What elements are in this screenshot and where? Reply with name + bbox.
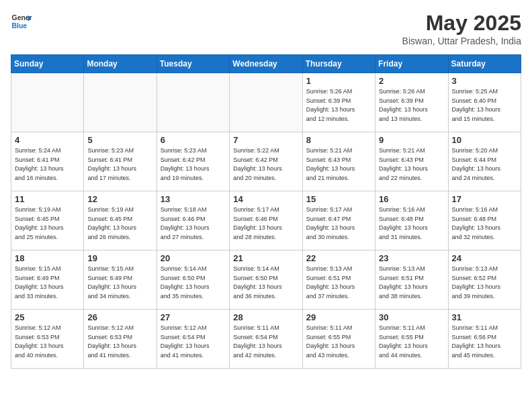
cell-info: Sunrise: 5:15 AM Sunset: 6:49 PM Dayligh… [87, 265, 152, 301]
cell-info: Sunrise: 5:19 AM Sunset: 6:45 PM Dayligh… [15, 205, 80, 242]
cell-info: Sunrise: 5:14 AM Sunset: 6:50 PM Dayligh… [233, 265, 298, 301]
day-number: 23 [379, 253, 444, 263]
calendar-cell: 8Sunrise: 5:21 AM Sunset: 6:43 PM Daylig… [302, 132, 375, 191]
day-number: 13 [161, 194, 226, 204]
calendar-header: SundayMondayTuesdayWednesdayThursdayFrid… [11, 55, 521, 73]
calendar-cell: 10Sunrise: 5:20 AM Sunset: 6:44 PM Dayli… [448, 132, 521, 191]
day-number: 22 [306, 253, 371, 263]
calendar-title: May 2025 [402, 11, 521, 36]
day-number: 19 [87, 253, 152, 263]
cell-info: Sunrise: 5:24 AM Sunset: 6:41 PM Dayligh… [15, 146, 80, 183]
day-number: 9 [379, 135, 444, 145]
cell-info: Sunrise: 5:12 AM Sunset: 6:53 PM Dayligh… [15, 324, 80, 360]
day-number: 11 [15, 194, 80, 204]
calendar-cell: 2Sunrise: 5:26 AM Sunset: 6:39 PM Daylig… [375, 73, 448, 132]
day-number: 25 [15, 312, 80, 322]
cell-info: Sunrise: 5:26 AM Sunset: 6:39 PM Dayligh… [379, 87, 444, 124]
cell-info: Sunrise: 5:22 AM Sunset: 6:42 PM Dayligh… [233, 146, 298, 183]
day-number: 24 [452, 253, 517, 263]
cell-info: Sunrise: 5:16 AM Sunset: 6:48 PM Dayligh… [379, 205, 444, 242]
cell-info: Sunrise: 5:15 AM Sunset: 6:49 PM Dayligh… [15, 265, 80, 301]
header: General Blue May 2025 Biswan, Uttar Prad… [11, 11, 521, 46]
weekday-header-wednesday: Wednesday [230, 55, 302, 73]
calendar-cell: 12Sunrise: 5:19 AM Sunset: 6:45 PM Dayli… [84, 191, 157, 250]
calendar-cell: 25Sunrise: 5:12 AM Sunset: 6:53 PM Dayli… [11, 310, 84, 369]
weekday-header-monday: Monday [84, 55, 157, 73]
cell-info: Sunrise: 5:17 AM Sunset: 6:46 PM Dayligh… [233, 205, 298, 242]
day-number: 28 [233, 312, 298, 322]
cell-info: Sunrise: 5:25 AM Sunset: 6:40 PM Dayligh… [452, 87, 517, 124]
day-number: 18 [15, 253, 80, 263]
day-number: 26 [87, 312, 152, 322]
day-number: 29 [306, 312, 371, 322]
calendar-cell: 22Sunrise: 5:13 AM Sunset: 6:51 PM Dayli… [302, 250, 375, 310]
day-number: 7 [233, 135, 298, 145]
day-number: 17 [452, 194, 517, 204]
cell-info: Sunrise: 5:13 AM Sunset: 6:52 PM Dayligh… [452, 265, 517, 301]
calendar-cell: 19Sunrise: 5:15 AM Sunset: 6:49 PM Dayli… [84, 250, 157, 310]
calendar-cell: 14Sunrise: 5:17 AM Sunset: 6:46 PM Dayli… [230, 191, 302, 250]
cell-info: Sunrise: 5:14 AM Sunset: 6:50 PM Dayligh… [161, 265, 226, 301]
day-number: 20 [161, 253, 226, 263]
cell-info: Sunrise: 5:20 AM Sunset: 6:44 PM Dayligh… [452, 146, 517, 183]
calendar-cell: 11Sunrise: 5:19 AM Sunset: 6:45 PM Dayli… [11, 191, 84, 250]
cell-info: Sunrise: 5:17 AM Sunset: 6:47 PM Dayligh… [306, 205, 371, 242]
calendar-cell: 30Sunrise: 5:11 AM Sunset: 6:55 PM Dayli… [375, 310, 448, 369]
day-number: 21 [233, 253, 298, 263]
cell-info: Sunrise: 5:13 AM Sunset: 6:51 PM Dayligh… [306, 265, 371, 301]
cell-info: Sunrise: 5:21 AM Sunset: 6:43 PM Dayligh… [306, 146, 371, 183]
cell-info: Sunrise: 5:26 AM Sunset: 6:39 PM Dayligh… [306, 87, 371, 124]
day-number: 4 [15, 135, 80, 145]
day-number: 15 [306, 194, 371, 204]
cell-info: Sunrise: 5:11 AM Sunset: 6:55 PM Dayligh… [306, 324, 371, 360]
cell-info: Sunrise: 5:23 AM Sunset: 6:42 PM Dayligh… [161, 146, 226, 183]
calendar-cell [84, 73, 157, 132]
weekday-header-thursday: Thursday [302, 55, 375, 73]
calendar-cell: 4Sunrise: 5:24 AM Sunset: 6:41 PM Daylig… [11, 132, 84, 191]
calendar-cell: 13Sunrise: 5:18 AM Sunset: 6:46 PM Dayli… [157, 191, 229, 250]
cell-info: Sunrise: 5:16 AM Sunset: 6:48 PM Dayligh… [452, 205, 517, 242]
calendar-cell: 31Sunrise: 5:11 AM Sunset: 6:56 PM Dayli… [448, 310, 521, 369]
calendar-cell: 24Sunrise: 5:13 AM Sunset: 6:52 PM Dayli… [448, 250, 521, 310]
logo: General Blue [11, 11, 32, 32]
day-number: 16 [379, 194, 444, 204]
day-number: 10 [452, 135, 517, 145]
calendar-cell: 28Sunrise: 5:11 AM Sunset: 6:54 PM Dayli… [230, 310, 302, 369]
calendar-cell: 9Sunrise: 5:21 AM Sunset: 6:43 PM Daylig… [375, 132, 448, 191]
cell-info: Sunrise: 5:18 AM Sunset: 6:46 PM Dayligh… [161, 205, 226, 242]
cell-info: Sunrise: 5:12 AM Sunset: 6:53 PM Dayligh… [87, 324, 152, 360]
calendar-cell [157, 73, 229, 132]
svg-text:Blue: Blue [12, 22, 28, 30]
cell-info: Sunrise: 5:12 AM Sunset: 6:54 PM Dayligh… [161, 324, 226, 360]
day-number: 27 [161, 312, 226, 322]
day-number: 14 [233, 194, 298, 204]
calendar-cell: 21Sunrise: 5:14 AM Sunset: 6:50 PM Dayli… [230, 250, 302, 310]
day-number: 12 [87, 194, 152, 204]
title-area: May 2025 Biswan, Uttar Pradesh, India [402, 11, 521, 46]
weekday-header-tuesday: Tuesday [157, 55, 229, 73]
cell-info: Sunrise: 5:19 AM Sunset: 6:45 PM Dayligh… [87, 205, 152, 242]
calendar-cell: 23Sunrise: 5:13 AM Sunset: 6:51 PM Dayli… [375, 250, 448, 310]
cell-info: Sunrise: 5:13 AM Sunset: 6:51 PM Dayligh… [379, 265, 444, 301]
calendar-cell [11, 73, 84, 132]
cell-info: Sunrise: 5:11 AM Sunset: 6:54 PM Dayligh… [233, 324, 298, 360]
calendar-table: SundayMondayTuesdayWednesdayThursdayFrid… [11, 54, 521, 369]
calendar-cell: 26Sunrise: 5:12 AM Sunset: 6:53 PM Dayli… [84, 310, 157, 369]
cell-info: Sunrise: 5:23 AM Sunset: 6:41 PM Dayligh… [87, 146, 152, 183]
cell-info: Sunrise: 5:11 AM Sunset: 6:56 PM Dayligh… [452, 324, 517, 360]
calendar-cell [230, 73, 302, 132]
day-number: 31 [452, 312, 517, 322]
calendar-week-1: 1Sunrise: 5:26 AM Sunset: 6:39 PM Daylig… [11, 73, 521, 132]
cell-info: Sunrise: 5:11 AM Sunset: 6:55 PM Dayligh… [379, 324, 444, 360]
calendar-cell: 17Sunrise: 5:16 AM Sunset: 6:48 PM Dayli… [448, 191, 521, 250]
weekday-header-sunday: Sunday [11, 55, 84, 73]
day-number: 5 [87, 135, 152, 145]
day-number: 6 [161, 135, 226, 145]
calendar-cell: 6Sunrise: 5:23 AM Sunset: 6:42 PM Daylig… [157, 132, 229, 191]
logo-icon: General Blue [11, 11, 32, 32]
calendar-subtitle: Biswan, Uttar Pradesh, India [402, 36, 521, 46]
day-number: 3 [452, 76, 517, 86]
calendar-cell: 15Sunrise: 5:17 AM Sunset: 6:47 PM Dayli… [302, 191, 375, 250]
calendar-cell: 5Sunrise: 5:23 AM Sunset: 6:41 PM Daylig… [84, 132, 157, 191]
calendar-cell: 29Sunrise: 5:11 AM Sunset: 6:55 PM Dayli… [302, 310, 375, 369]
